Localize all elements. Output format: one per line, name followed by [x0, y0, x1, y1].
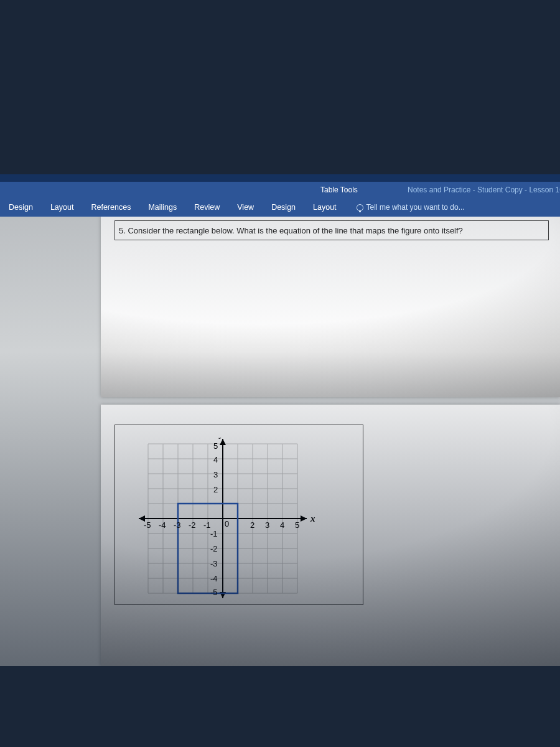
- ytick: 3: [213, 470, 218, 479]
- xtick: 4: [280, 520, 284, 530]
- xtick: 2: [250, 520, 254, 530]
- xtick: -2: [189, 520, 196, 530]
- page-1: 5. Consider the rectangle below. What is…: [101, 217, 560, 397]
- question-cell[interactable]: 5. Consider the rectangle below. What is…: [114, 220, 549, 240]
- arrow-up-icon: [220, 439, 226, 445]
- xtick: 3: [265, 520, 269, 530]
- xtick: 5: [295, 520, 299, 530]
- tab-references[interactable]: References: [82, 198, 139, 217]
- ytick: -4: [210, 574, 218, 583]
- arrow-right-icon: [301, 515, 307, 522]
- photo-shade: [101, 217, 560, 397]
- ribbon-tabs: Design Layout References Mailings Review…: [0, 198, 560, 217]
- xtick: -4: [159, 520, 166, 530]
- xtick: -3: [174, 520, 181, 530]
- document-title: Notes and Practice - Student Copy - Less…: [408, 186, 560, 194]
- coordinate-grid: y x 5 4 3 2 0 -1 -2 -3 -4 -5 -: [126, 438, 344, 599]
- figure-cell: y x 5 4 3 2 0 -1 -2 -3 -4 -5 -: [114, 425, 363, 605]
- tell-me-search[interactable]: Tell me what you want to do...: [345, 203, 465, 212]
- y-axis-label: y: [218, 438, 224, 439]
- xtick: -1: [203, 520, 211, 530]
- tell-me-placeholder: Tell me what you want to do...: [366, 203, 465, 212]
- question-text: 5. Consider the rectangle below. What is…: [119, 226, 463, 235]
- tab-table-layout[interactable]: Layout: [304, 198, 345, 217]
- ytick: -3: [210, 559, 218, 568]
- x-axis-label: x: [310, 514, 315, 524]
- tab-review[interactable]: Review: [185, 198, 228, 217]
- ytick: -5: [210, 588, 218, 597]
- xtick: -5: [144, 520, 151, 530]
- ytick: 0: [225, 519, 229, 529]
- titlebar-slab: [0, 174, 560, 182]
- ytick: -2: [210, 544, 218, 553]
- tab-layout[interactable]: Layout: [42, 198, 83, 217]
- tab-mailings[interactable]: Mailings: [139, 198, 185, 217]
- document-area[interactable]: 5. Consider the rectangle below. What is…: [0, 217, 560, 666]
- lightbulb-icon: [357, 204, 363, 211]
- ytick: 5: [213, 441, 218, 451]
- page-2: y x 5 4 3 2 0 -1 -2 -3 -4 -5 -: [101, 405, 560, 666]
- ytick: -1: [210, 529, 218, 538]
- titlebar: Table Tools Notes and Practice - Student…: [0, 182, 560, 198]
- ytick: 2: [213, 485, 218, 494]
- tab-view[interactable]: View: [228, 198, 263, 217]
- app-window: Table Tools Notes and Practice - Student…: [0, 174, 560, 666]
- ytick: 4: [213, 455, 218, 464]
- tab-design[interactable]: Design: [0, 198, 42, 217]
- tab-table-design[interactable]: Design: [263, 198, 304, 217]
- context-tool-label: Table Tools: [320, 186, 408, 194]
- grid-svg: y x 5 4 3 2 0 -1 -2 -3 -4 -5 -: [126, 438, 344, 599]
